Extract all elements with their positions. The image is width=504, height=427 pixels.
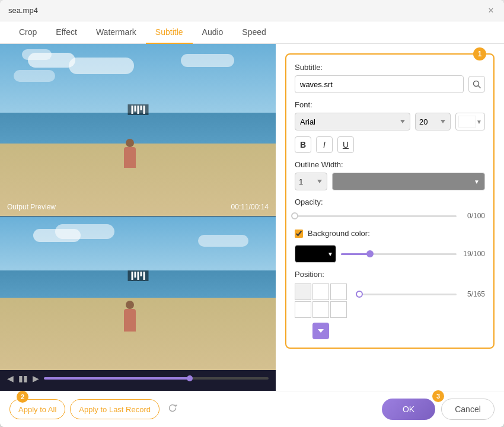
close-button[interactable]: × (486, 6, 496, 15)
font-color-picker[interactable]: ▼ (455, 113, 485, 130)
badge-1: 1 (473, 47, 486, 60)
outline-color-arrow: ▼ (474, 179, 480, 185)
svg-line-1 (479, 86, 481, 88)
cloud-4 (181, 54, 234, 67)
font-field-label: Font: (295, 100, 485, 109)
tab-watermark[interactable]: Watermark (87, 21, 146, 44)
ok-button[interactable]: OK (382, 399, 435, 420)
format-row: B I U (295, 136, 485, 153)
pos-cell-1[interactable] (295, 283, 311, 300)
position-field-label: Position: (295, 270, 485, 279)
progress-fill (44, 377, 190, 380)
subtitle-section: 1 Subtitle: waves.srt Font: (285, 53, 495, 349)
bg-slider-fill (341, 253, 370, 255)
outline-row: 1 ▼ (295, 173, 485, 190)
sea-top (0, 113, 276, 147)
pos-down-button[interactable] (312, 323, 329, 339)
pos-slider-row: 5/165 (356, 288, 485, 300)
pos-cell-6[interactable] (330, 301, 347, 318)
subtitle-file-dropdown[interactable]: waves.srt (295, 75, 464, 93)
tab-crop[interactable]: Crop (9, 21, 46, 44)
beach-bottom (0, 298, 276, 370)
badge-3: 3 (432, 390, 444, 402)
bg-opacity-value: 19/100 (461, 250, 485, 258)
window-title: sea.mp4 (8, 6, 38, 15)
play-pause-button[interactable]: ▮▮ (18, 374, 28, 383)
bottom-actions: 2 Apply to All Apply to Last Record 3 OK… (0, 391, 504, 427)
pos-thumb (356, 291, 363, 298)
bg-color-control: ▼ 19/100 (295, 245, 485, 263)
output-preview-label: Output Preview (7, 203, 56, 211)
pos-cell-3[interactable] (330, 283, 347, 300)
person-head-top (126, 139, 134, 147)
outline-color-dropdown[interactable]: ▼ (332, 173, 485, 190)
pos-slider[interactable] (356, 288, 457, 300)
cloud-3 (69, 58, 134, 74)
subtitle-search-button[interactable] (468, 76, 485, 93)
sub-bar-2 (134, 106, 136, 111)
apply-to-last-record-button[interactable]: Apply to Last Record (70, 399, 160, 419)
down-arrow-icon (317, 327, 324, 334)
bg-color-label: Background color: (308, 229, 370, 238)
pos-track (356, 294, 457, 295)
pos-cell-2[interactable] (312, 283, 329, 300)
person-bottom (124, 309, 136, 332)
font-size-select[interactable]: 20 (415, 113, 451, 130)
bg-color-arrow: ▼ (327, 251, 333, 257)
badge-2: 2 (17, 391, 28, 403)
bg-color-checkbox[interactable] (295, 230, 303, 238)
pos-cell-4[interactable] (295, 301, 311, 318)
pos-cell-5[interactable] (312, 301, 329, 318)
sub-bar-5 (143, 106, 145, 114)
tab-speed[interactable]: Speed (232, 21, 275, 44)
italic-button[interactable]: I (316, 136, 333, 153)
cloud-2 (22, 49, 52, 60)
bg-color-swatch[interactable]: ▼ (295, 245, 336, 263)
progress-thumb (187, 375, 193, 381)
font-select[interactable]: Arial (295, 113, 410, 130)
sub-bar-4 (140, 106, 142, 110)
opacity-track (295, 215, 457, 217)
position-slider-area: 5/165 (356, 283, 485, 300)
cloud-b2 (55, 224, 114, 239)
tab-effect[interactable]: Effect (46, 21, 87, 44)
person-body-bottom (124, 309, 136, 332)
bold-button[interactable]: B (295, 136, 311, 153)
opacity-value: 0/100 (461, 212, 485, 220)
person-body-top (124, 147, 136, 168)
opacity-slider[interactable] (295, 210, 457, 222)
position-area: 5/165 (295, 283, 485, 339)
main-content: Output Preview 00:11/00:14 (0, 44, 504, 391)
apply-to-all-button[interactable]: Apply to All (9, 399, 65, 419)
subtitle-field-label: Subtitle: (295, 63, 485, 72)
opacity-row: 0/100 (295, 210, 485, 222)
progress-bar[interactable] (44, 377, 269, 380)
prev-button[interactable]: ◀ (7, 374, 14, 383)
search-icon (473, 80, 481, 88)
sub-bar-b5 (143, 272, 145, 280)
playback-controls: ◀ ▮▮ ▶ (0, 370, 276, 387)
next-button[interactable]: ▶ (33, 374, 39, 383)
refresh-button[interactable] (164, 401, 181, 418)
sub-bar-1 (131, 106, 133, 114)
sub-bar-b4 (140, 272, 142, 276)
cloud-5 (14, 70, 55, 82)
right-panel: 1 Subtitle: waves.srt Font: (276, 44, 504, 391)
tab-audio[interactable]: Audio (193, 21, 233, 44)
pos-value: 5/165 (461, 290, 485, 298)
sub-bar-3 (137, 106, 139, 114)
underline-button[interactable]: U (337, 136, 354, 153)
tab-subtitle[interactable]: Subtitle (146, 21, 193, 44)
sub-bar-b3 (137, 272, 139, 280)
pos-down-row (295, 321, 347, 339)
subtitle-file-row: waves.srt (295, 75, 485, 93)
refresh-icon (168, 403, 177, 413)
bg-opacity-slider[interactable] (341, 248, 457, 260)
outline-select[interactable]: 1 (295, 173, 327, 190)
bottom-preview (0, 216, 276, 370)
top-preview: Output Preview 00:11/00:14 (0, 44, 276, 216)
position-grid (295, 283, 347, 318)
person-top (124, 147, 136, 168)
cancel-button[interactable]: Cancel (441, 399, 495, 420)
font-color-swatch (458, 116, 476, 128)
